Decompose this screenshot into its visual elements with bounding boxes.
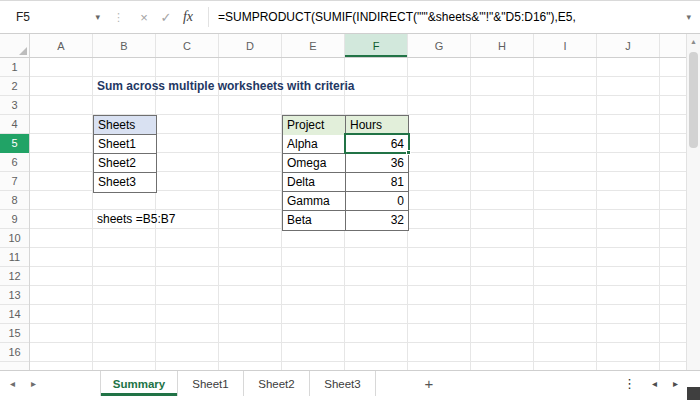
column-header-C[interactable]: C (156, 34, 219, 57)
row-header-1[interactable]: 1 (0, 58, 29, 77)
row-header-10[interactable]: 10 (0, 229, 29, 248)
tab-options-menu-icon[interactable]: ⋮ (623, 376, 636, 391)
cell-E9[interactable]: Beta (283, 211, 346, 230)
table-row: Gamma 0 (283, 192, 408, 211)
column-header-H[interactable]: H (471, 34, 534, 57)
fill-handle[interactable] (406, 150, 411, 155)
cell-B7[interactable]: Sheet3 (94, 173, 156, 192)
column-header-D[interactable]: D (219, 34, 282, 57)
row-header-3[interactable]: 3 (0, 96, 29, 115)
formula-bar-expand-icon[interactable]: ▾ (686, 12, 691, 22)
tab-bar-right-controls: ⋮ ◂ ▸ (607, 371, 678, 396)
column-header-B[interactable]: B (93, 34, 156, 57)
cell-E6[interactable]: Omega (283, 154, 346, 173)
row-header-13[interactable]: 13 (0, 286, 29, 305)
vertical-scrollbar[interactable]: ▲ (686, 34, 700, 370)
row-header-16[interactable]: 16 (0, 343, 29, 362)
sheet-nav-right-icon[interactable]: ▸ (25, 371, 42, 396)
column-header-F-selected[interactable]: F (345, 34, 408, 57)
cell-E8[interactable]: Gamma (283, 192, 346, 211)
sheet-tab-sheet2[interactable]: Sheet2 (244, 371, 310, 396)
name-box-value: F5 (10, 10, 30, 24)
column-header-E[interactable]: E (282, 34, 345, 57)
row-header-11[interactable]: 11 (0, 248, 29, 267)
row-header-14[interactable]: 14 (0, 305, 29, 324)
row-header-4[interactable]: 4 (0, 115, 29, 134)
cell-F8[interactable]: 0 (346, 192, 408, 211)
row-header-5-selected[interactable]: 5 (0, 134, 29, 153)
sheet-nav-left-icon[interactable]: ◂ (4, 371, 21, 396)
row-header-6[interactable]: 6 (0, 153, 29, 172)
cell-B9-named-range-label[interactable]: sheets =B5:B7 (97, 210, 175, 229)
chevron-down-icon[interactable]: ▾ (95, 12, 104, 22)
sheet-tab-summary-active[interactable]: Summary (100, 371, 178, 396)
cancel-icon[interactable]: × (133, 10, 155, 25)
table-row: Beta 32 (283, 211, 408, 230)
excel-window: F5 ▾ ⋮ × ✓ fx =SUMPRODUCT(SUMIF(INDIRECT… (0, 0, 700, 400)
row-header-strip: 1 2 3 4 5 6 7 8 9 10 11 12 13 14 15 16 (0, 58, 30, 370)
table-row: Delta 81 (283, 173, 408, 192)
row-header-2[interactable]: 2 (0, 77, 29, 96)
name-box[interactable]: F5 ▾ (10, 6, 104, 28)
add-sheet-icon[interactable]: + (418, 371, 440, 396)
worksheet-title-cell-B2[interactable]: Sum across multiple worksheets with crit… (97, 77, 354, 96)
select-all-button[interactable] (0, 34, 30, 58)
formula-input[interactable]: =SUMPRODUCT(SUMIF(INDIRECT("'"&sheets&"'… (218, 10, 677, 24)
cell-E4-project-header[interactable]: Project (283, 116, 346, 135)
cell-B4-sheets-header[interactable]: Sheets (94, 116, 156, 135)
column-header-strip: A B C D E F G H I J (30, 34, 686, 58)
vertical-scrollbar-thumb[interactable] (689, 52, 698, 148)
cell-B5[interactable]: Sheet1 (94, 135, 156, 154)
column-header-A[interactable]: A (30, 34, 93, 57)
cell-F6[interactable]: 36 (346, 154, 408, 173)
formula-bar-separator (208, 7, 209, 27)
sheets-range-B4-B7: Sheets Sheet1 Sheet2 Sheet3 (93, 115, 157, 193)
active-cell-selection-border (344, 133, 410, 154)
hscroll-right-icon[interactable]: ▸ (673, 378, 678, 389)
row-header-9[interactable]: 9 (0, 210, 29, 229)
hscroll-left-icon[interactable]: ◂ (652, 378, 657, 389)
cell-F9[interactable]: 32 (346, 211, 408, 230)
column-header-I[interactable]: I (534, 34, 597, 57)
enter-check-icon[interactable]: ✓ (155, 10, 177, 25)
row-header-15[interactable]: 15 (0, 324, 29, 343)
sheet-tab-sheet3[interactable]: Sheet3 (310, 371, 376, 396)
row-header-12[interactable]: 12 (0, 267, 29, 286)
cell-E5[interactable]: Alpha (283, 135, 346, 154)
scroll-up-icon[interactable]: ▲ (687, 34, 700, 50)
row-header-7[interactable]: 7 (0, 172, 29, 191)
row-header-8[interactable]: 8 (0, 191, 29, 210)
sheet-tab-sheet1[interactable]: Sheet1 (178, 371, 244, 396)
cell-B6[interactable]: Sheet2 (94, 154, 156, 173)
formula-bar-grip-icon: ⋮ (113, 11, 124, 24)
sheet-tab-bar: ◂ ▸ Summary Sheet1 Sheet2 Sheet3 + ⋮ ◂ ▸ (0, 370, 700, 396)
formula-bar: F5 ▾ ⋮ × ✓ fx =SUMPRODUCT(SUMIF(INDIRECT… (0, 0, 700, 34)
table-row: Omega 36 (283, 154, 408, 173)
column-header-J[interactable]: J (597, 34, 660, 57)
window-corner-resize (687, 387, 700, 400)
column-header-G[interactable]: G (408, 34, 471, 57)
insert-function-icon[interactable]: fx (177, 9, 199, 25)
cell-E7[interactable]: Delta (283, 173, 346, 192)
cell-F7[interactable]: 81 (346, 173, 408, 192)
